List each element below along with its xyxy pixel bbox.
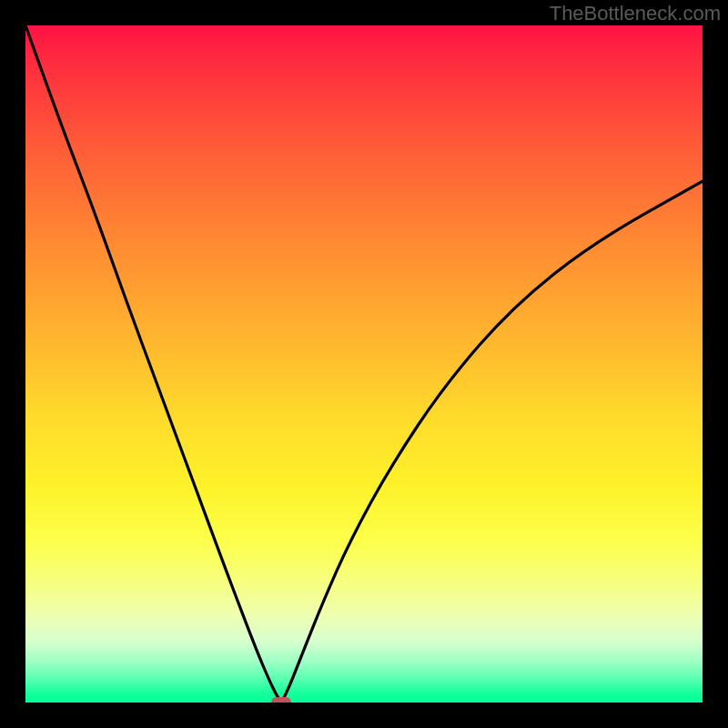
bottleneck-curve [25,25,703,703]
curve-svg [25,25,703,703]
minimum-marker [271,697,291,703]
plot-area [25,25,703,703]
watermark-text: TheBottleneck.com [550,2,721,25]
